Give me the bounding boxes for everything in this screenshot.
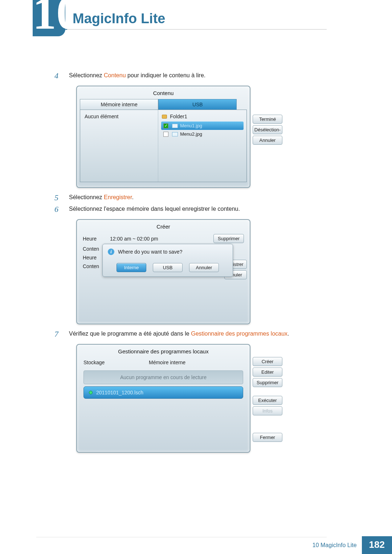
tab-usb[interactable]: USB: [158, 99, 237, 110]
step-6: 6 Sélectionnez l'espace mémoire dans leq…: [54, 205, 392, 214]
panel-title: Contenu: [80, 89, 247, 99]
storage-label: Stockage: [83, 360, 149, 365]
info-button[interactable]: Infos: [253, 406, 282, 415]
page-number: 182: [362, 536, 392, 554]
browser-left-pane: Aucun élément: [80, 110, 158, 182]
spacer: [253, 417, 282, 431]
step-number: 5: [54, 193, 69, 202]
close-button[interactable]: Fermer: [253, 433, 282, 442]
step-text: Vérifiez que le programme a été ajouté d…: [69, 329, 289, 337]
dialog-message-row: i Where do you want to save?: [108, 249, 228, 255]
panel-title: Créer: [80, 222, 247, 233]
internal-button[interactable]: Interne: [117, 263, 146, 272]
page-header: 10 MagicInfo Lite: [0, 0, 392, 51]
create-schedule-panel: Créer Heure 12:00 am ~ 02:00 pm Supprime…: [76, 219, 250, 324]
file-browser: Aucun élément Folder1 ✓ Menu1.jpg Menu2.…: [80, 110, 247, 182]
step-text: Sélectionnez Enregistrer.: [69, 193, 134, 201]
step-number: 4: [54, 71, 69, 81]
step-text: Sélectionnez Contenu pour indiquer le co…: [69, 71, 205, 79]
no-item-label: Aucun élément: [85, 114, 118, 119]
status-dot-icon: [89, 391, 93, 394]
chapter-number: 10: [33, 0, 65, 36]
accent-word: Gestionnaire des programmes locaux: [191, 331, 287, 337]
time-row: Heure 12:00 am ~ 02:00 pm Supprimer: [80, 233, 247, 245]
checkbox-icon[interactable]: [163, 132, 168, 137]
browser-right-pane: Folder1 ✓ Menu1.jpg Menu2.jpg: [158, 110, 246, 182]
accent-word: Enregistrer: [104, 194, 132, 200]
save-location-dialog: i Where do you want to save? Interne USB…: [102, 244, 233, 277]
file-row-selected[interactable]: ✓ Menu1.jpg: [161, 122, 244, 130]
folder-name: Folder1: [170, 114, 187, 119]
local-program-manager-panel: Gestionnaire des programmes locaux Stock…: [76, 344, 250, 453]
info-icon: i: [108, 249, 114, 255]
tab-internal-memory[interactable]: Mémoire interne: [80, 99, 158, 110]
dialog-message: Where do you want to save?: [118, 249, 182, 255]
run-button[interactable]: Exécuter: [253, 396, 282, 405]
header-rule: [65, 29, 327, 30]
storage-row: Stockage Mémoire interne: [80, 357, 247, 368]
time-value: 12:00 am ~ 02:00 pm: [110, 236, 210, 242]
step-text: Sélectionnez l'espace mémoire dans leque…: [69, 205, 240, 212]
delete-button[interactable]: Supprimer: [213, 234, 244, 243]
step-number: 7: [54, 329, 69, 339]
panel-title: Gestionnaire des programmes locaux: [80, 347, 247, 357]
delete-button[interactable]: Supprimer: [253, 378, 282, 387]
content-selection-panel: Contenu Mémoire interne USB Aucun élémen…: [76, 86, 250, 188]
file-name: Menu2.jpg: [180, 131, 202, 137]
step-7: 7 Vérifiez que le programme a été ajouté…: [54, 329, 392, 339]
dialog-buttons: Interne USB Annuler: [108, 263, 228, 272]
thumbnail-icon: [172, 132, 178, 136]
deselect-button[interactable]: Désélection-: [253, 125, 282, 134]
no-program-banner: Aucun programme en cours de lecture: [83, 370, 243, 384]
edit-button[interactable]: Editer: [253, 368, 282, 377]
step-number: 6: [54, 205, 69, 214]
chapter-title: MagicInfo Lite: [73, 11, 165, 26]
folder-icon: [162, 115, 167, 119]
chapter-badge: 10: [33, 0, 65, 36]
step-5: 5 Sélectionnez Enregistrer.: [54, 193, 392, 202]
step-4: 4 Sélectionnez Contenu pour indiquer le …: [54, 71, 392, 81]
time-label: Heure: [83, 236, 106, 242]
done-button[interactable]: Terminé: [253, 115, 282, 124]
thumbnail-icon: [172, 124, 178, 128]
folder-row[interactable]: Folder1: [161, 113, 244, 122]
cancel-button[interactable]: Annuler: [253, 136, 282, 145]
accent-word: Contenu: [104, 72, 126, 78]
program-filename: 20110101_1200.lsch: [96, 390, 143, 395]
file-name: Menu1.jpg: [180, 123, 202, 128]
create-button[interactable]: Créer: [253, 357, 282, 366]
spacer: [253, 389, 282, 394]
storage-value: Mémoire interne: [149, 360, 185, 365]
checkbox-checked-icon[interactable]: ✓: [163, 123, 168, 128]
panel3-side-buttons: Créer Editer Supprimer Exécuter Infos Fe…: [253, 357, 282, 442]
footer-label: 10 MagicInfo Lite: [313, 542, 357, 549]
panel1-side-buttons: Terminé Désélection- Annuler: [253, 115, 282, 145]
cancel-button[interactable]: Annuler: [189, 263, 219, 272]
program-row-selected[interactable]: 20110101_1200.lsch: [83, 386, 243, 399]
source-tabs: Mémoire interne USB: [80, 99, 247, 110]
page-footer: 10 MagicInfo Lite 182: [0, 536, 392, 554]
file-row[interactable]: Menu2.jpg: [161, 130, 244, 138]
usb-button[interactable]: USB: [153, 263, 183, 272]
